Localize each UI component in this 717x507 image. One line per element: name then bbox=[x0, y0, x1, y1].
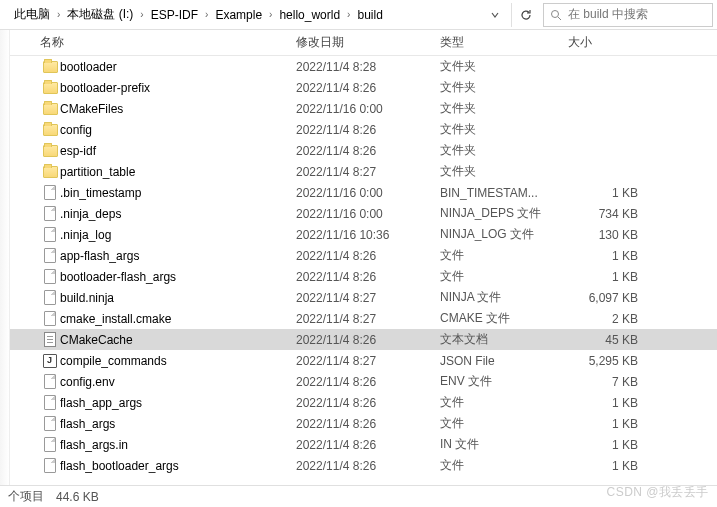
file-type: 文件夹 bbox=[440, 163, 568, 180]
breadcrumb-segment[interactable]: Example bbox=[211, 3, 266, 27]
file-size: 130 KB bbox=[568, 228, 648, 242]
file-row[interactable]: flash_args.in2022/11/4 8:26IN 文件1 KB bbox=[0, 434, 717, 455]
file-row[interactable]: build.ninja2022/11/4 8:27NINJA 文件6,097 K… bbox=[0, 287, 717, 308]
file-row[interactable]: flash_args2022/11/4 8:26文件1 KB bbox=[0, 413, 717, 434]
file-row[interactable]: bootloader-prefix2022/11/4 8:26文件夹 bbox=[0, 77, 717, 98]
path-dropdown-button[interactable] bbox=[483, 11, 507, 19]
file-name: partition_table bbox=[60, 165, 296, 179]
file-name: bootloader bbox=[60, 60, 296, 74]
file-row[interactable]: flash_app_args2022/11/4 8:26文件1 KB bbox=[0, 392, 717, 413]
header-size[interactable]: 大小 bbox=[568, 34, 648, 51]
file-name: CMakeCache bbox=[60, 333, 296, 347]
file-row[interactable]: .ninja_log2022/11/16 10:36NINJA_LOG 文件13… bbox=[0, 224, 717, 245]
header-type[interactable]: 类型 bbox=[440, 34, 568, 51]
file-icon bbox=[44, 437, 56, 452]
file-size: 45 KB bbox=[568, 333, 648, 347]
chevron-right-icon: › bbox=[266, 9, 275, 20]
chevron-right-icon: › bbox=[137, 9, 146, 20]
file-icon bbox=[44, 206, 56, 221]
file-icon bbox=[44, 290, 56, 305]
file-icon bbox=[44, 374, 56, 389]
file-icon bbox=[44, 248, 56, 263]
breadcrumb-segment[interactable]: 此电脑 bbox=[10, 3, 54, 27]
file-row[interactable]: config2022/11/4 8:26文件夹 bbox=[0, 119, 717, 140]
file-date: 2022/11/16 0:00 bbox=[296, 102, 440, 116]
search-placeholder: 在 build 中搜索 bbox=[568, 6, 648, 23]
search-input[interactable]: 在 build 中搜索 bbox=[543, 3, 713, 27]
file-size: 1 KB bbox=[568, 249, 648, 263]
file-date: 2022/11/16 0:00 bbox=[296, 207, 440, 221]
file-type: NINJA_LOG 文件 bbox=[440, 226, 568, 243]
file-date: 2022/11/4 8:26 bbox=[296, 375, 440, 389]
refresh-button[interactable] bbox=[511, 3, 539, 27]
file-icon bbox=[44, 185, 56, 200]
file-list: bootloader2022/11/4 8:28文件夹bootloader-pr… bbox=[0, 56, 717, 485]
chevron-right-icon: › bbox=[202, 9, 211, 20]
breadcrumb-segment[interactable]: hello_world bbox=[275, 3, 344, 27]
file-name: cmake_install.cmake bbox=[60, 312, 296, 326]
file-name: .ninja_log bbox=[60, 228, 296, 242]
file-date: 2022/11/16 10:36 bbox=[296, 228, 440, 242]
file-row[interactable]: CMakeCache2022/11/4 8:26文本文档45 KB bbox=[0, 329, 717, 350]
file-size: 1 KB bbox=[568, 417, 648, 431]
file-type: JSON File bbox=[440, 354, 568, 368]
folder-icon bbox=[43, 166, 58, 178]
file-name: config bbox=[60, 123, 296, 137]
folder-icon bbox=[43, 82, 58, 94]
file-icon bbox=[44, 458, 56, 473]
breadcrumb-segment[interactable]: ESP-IDF bbox=[147, 3, 202, 27]
file-type: 文件 bbox=[440, 394, 568, 411]
header-name[interactable]: 名称 bbox=[40, 34, 296, 51]
file-name: build.ninja bbox=[60, 291, 296, 305]
file-row[interactable]: compile_commands2022/11/4 8:27JSON File5… bbox=[0, 350, 717, 371]
file-row[interactable]: .bin_timestamp2022/11/16 0:00BIN_TIMESTA… bbox=[0, 182, 717, 203]
file-date: 2022/11/4 8:27 bbox=[296, 291, 440, 305]
file-icon bbox=[44, 227, 56, 242]
file-type: 文件夹 bbox=[440, 100, 568, 117]
file-name: flash_app_args bbox=[60, 396, 296, 410]
breadcrumb-segment[interactable]: 本地磁盘 (I:) bbox=[63, 3, 137, 27]
file-type: 文件夹 bbox=[440, 142, 568, 159]
file-row[interactable]: app-flash_args2022/11/4 8:26文件1 KB bbox=[0, 245, 717, 266]
file-date: 2022/11/4 8:26 bbox=[296, 144, 440, 158]
file-name: .ninja_deps bbox=[60, 207, 296, 221]
file-type: 文件夹 bbox=[440, 79, 568, 96]
nav-pane-edge bbox=[0, 30, 10, 485]
file-type: 文件 bbox=[440, 415, 568, 432]
breadcrumb[interactable]: 此电脑›本地磁盘 (I:)›ESP-IDF›Example›hello_worl… bbox=[4, 3, 479, 27]
file-date: 2022/11/4 8:26 bbox=[296, 417, 440, 431]
file-row[interactable]: esp-idf2022/11/4 8:26文件夹 bbox=[0, 140, 717, 161]
file-row[interactable]: flash_bootloader_args2022/11/4 8:26文件1 K… bbox=[0, 455, 717, 476]
file-row[interactable]: partition_table2022/11/4 8:27文件夹 bbox=[0, 161, 717, 182]
file-date: 2022/11/4 8:26 bbox=[296, 81, 440, 95]
file-type: 文件 bbox=[440, 268, 568, 285]
file-size: 1 KB bbox=[568, 186, 648, 200]
file-name: flash_bootloader_args bbox=[60, 459, 296, 473]
address-toolbar: 此电脑›本地磁盘 (I:)›ESP-IDF›Example›hello_worl… bbox=[0, 0, 717, 30]
header-date[interactable]: 修改日期 bbox=[296, 34, 440, 51]
file-row[interactable]: cmake_install.cmake2022/11/4 8:27CMAKE 文… bbox=[0, 308, 717, 329]
file-icon bbox=[44, 416, 56, 431]
file-row[interactable]: bootloader-flash_args2022/11/4 8:26文件1 K… bbox=[0, 266, 717, 287]
file-row[interactable]: config.env2022/11/4 8:26ENV 文件7 KB bbox=[0, 371, 717, 392]
file-size: 1 KB bbox=[568, 459, 648, 473]
status-items: 个项目 bbox=[8, 488, 44, 505]
file-icon bbox=[44, 269, 56, 284]
file-name: CMakeFiles bbox=[60, 102, 296, 116]
file-type: 文本文档 bbox=[440, 331, 568, 348]
file-size: 1 KB bbox=[568, 438, 648, 452]
file-size: 2 KB bbox=[568, 312, 648, 326]
file-type: 文件夹 bbox=[440, 58, 568, 75]
file-size: 5,295 KB bbox=[568, 354, 648, 368]
file-date: 2022/11/16 0:00 bbox=[296, 186, 440, 200]
json-file-icon bbox=[43, 354, 57, 368]
status-bar: 个项目 44.6 KB bbox=[0, 485, 717, 507]
file-type: BIN_TIMESTAM... bbox=[440, 186, 568, 200]
file-date: 2022/11/4 8:26 bbox=[296, 396, 440, 410]
file-row[interactable]: bootloader2022/11/4 8:28文件夹 bbox=[0, 56, 717, 77]
file-type: ENV 文件 bbox=[440, 373, 568, 390]
file-icon bbox=[44, 311, 56, 326]
file-row[interactable]: CMakeFiles2022/11/16 0:00文件夹 bbox=[0, 98, 717, 119]
breadcrumb-segment[interactable]: build bbox=[353, 3, 386, 27]
file-row[interactable]: .ninja_deps2022/11/16 0:00NINJA_DEPS 文件7… bbox=[0, 203, 717, 224]
